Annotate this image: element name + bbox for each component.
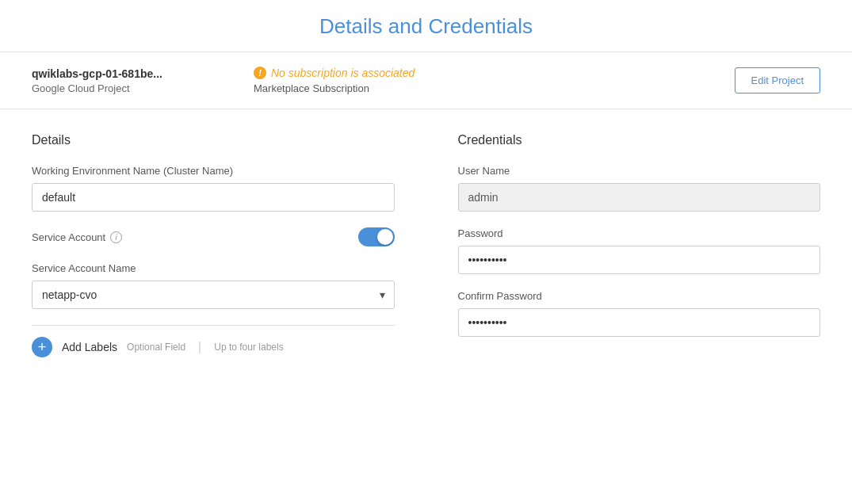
add-labels-button[interactable]: + [32, 337, 52, 357]
env-name-input[interactable] [32, 183, 395, 212]
service-account-name-group: Service Account Name netapp-cvo [32, 262, 395, 309]
env-name-label: Working Environment Name (Cluster Name) [32, 165, 395, 177]
service-account-label: Service Account i [32, 231, 122, 243]
env-name-group: Working Environment Name (Cluster Name) [32, 165, 395, 212]
page-header: Details and Credentials [0, 0, 852, 52]
toggle-slider [358, 227, 395, 246]
details-section: Details Working Environment Name (Cluste… [32, 133, 395, 357]
password-group: Password [458, 227, 821, 274]
confirm-password-input[interactable] [458, 308, 821, 337]
optional-field-text: Optional Field [127, 342, 185, 353]
password-input[interactable] [458, 246, 821, 274]
edit-project-button[interactable]: Edit Project [735, 67, 820, 94]
project-info: qwiklabs-gcp-01-681be... Google Cloud Pr… [32, 67, 238, 94]
service-account-toggle[interactable] [358, 227, 395, 246]
plus-icon: + [38, 340, 47, 354]
marketplace-label: Marketplace Subscription [254, 82, 735, 94]
confirm-password-label: Confirm Password [458, 290, 821, 302]
add-labels-row: + Add Labels Optional Field | Up to four… [32, 325, 395, 357]
project-name: qwiklabs-gcp-01-681be... [32, 67, 238, 80]
service-account-name-label: Service Account Name [32, 262, 395, 274]
service-account-toggle-row: Service Account i [32, 227, 395, 246]
details-title: Details [32, 133, 395, 147]
username-group: User Name [458, 165, 821, 212]
add-labels-text: Add Labels [62, 341, 117, 353]
page-title: Details and Credentials [0, 14, 852, 39]
credentials-title: Credentials [458, 133, 821, 147]
password-label: Password [458, 227, 821, 239]
service-account-info-icon: i [110, 231, 122, 243]
no-subscription-text: No subscription is associated [271, 67, 415, 79]
username-input [458, 183, 821, 212]
service-account-name-select-wrapper: netapp-cvo [32, 281, 395, 309]
confirm-password-group: Confirm Password [458, 290, 821, 337]
project-type: Google Cloud Project [32, 82, 238, 94]
project-bar: qwiklabs-gcp-01-681be... Google Cloud Pr… [0, 52, 852, 109]
warning-icon: ! [254, 67, 266, 79]
credentials-section: Credentials User Name Password Confirm P… [458, 133, 821, 357]
subscription-info: ! No subscription is associated Marketpl… [238, 67, 735, 94]
username-label: User Name [458, 165, 821, 177]
service-account-name-select[interactable]: netapp-cvo [32, 281, 395, 309]
up-to-four-text: Up to four labels [214, 342, 283, 353]
separator: | [198, 340, 201, 354]
main-content: Details Working Environment Name (Cluste… [0, 109, 852, 373]
no-subscription-notice: ! No subscription is associated [254, 67, 735, 79]
